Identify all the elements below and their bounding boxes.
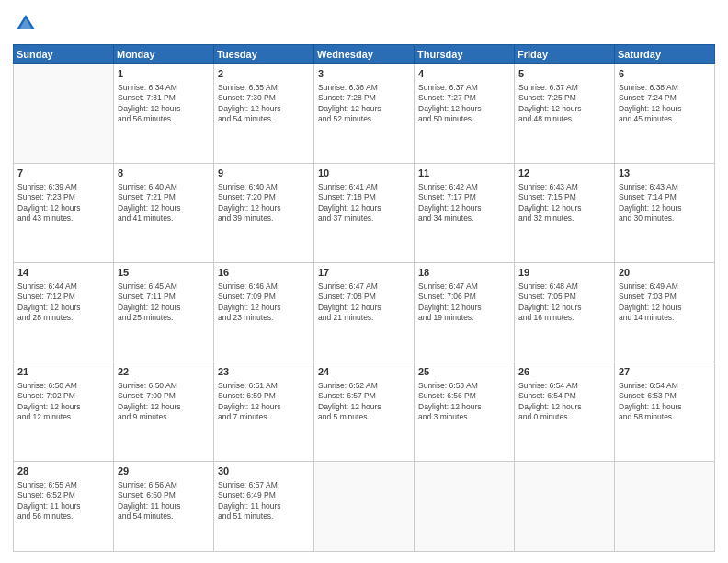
- day-info: Sunrise: 6:37 AM Sunset: 7:27 PM Dayligh…: [418, 83, 510, 125]
- day-cell: [615, 461, 715, 551]
- page: SundayMondayTuesdayWednesdayThursdayFrid…: [0, 0, 728, 563]
- logo-icon: [13, 11, 39, 37]
- day-number: 17: [318, 266, 410, 280]
- week-row-5: 28Sunrise: 6:55 AM Sunset: 6:52 PM Dayli…: [14, 461, 715, 551]
- day-number: 2: [218, 67, 310, 81]
- week-row-2: 7Sunrise: 6:39 AM Sunset: 7:23 PM Daylig…: [14, 163, 715, 262]
- day-number: 22: [118, 365, 210, 379]
- day-cell: 11Sunrise: 6:42 AM Sunset: 7:17 PM Dayli…: [415, 163, 515, 262]
- day-info: Sunrise: 6:42 AM Sunset: 7:17 PM Dayligh…: [418, 182, 510, 224]
- day-number: 5: [518, 67, 610, 81]
- day-number: 4: [418, 67, 510, 81]
- day-info: Sunrise: 6:49 AM Sunset: 7:03 PM Dayligh…: [619, 282, 711, 324]
- day-cell: 2Sunrise: 6:35 AM Sunset: 7:30 PM Daylig…: [214, 64, 314, 164]
- day-cell: [314, 461, 415, 551]
- col-header-wednesday: Wednesday: [314, 45, 415, 64]
- day-number: 12: [518, 167, 610, 180]
- logo: [13, 11, 42, 37]
- day-info: Sunrise: 6:57 AM Sunset: 6:49 PM Dayligh…: [218, 480, 310, 523]
- day-number: 7: [17, 167, 109, 180]
- day-cell: 26Sunrise: 6:54 AM Sunset: 6:54 PM Dayli…: [515, 362, 615, 461]
- day-number: 20: [619, 266, 711, 280]
- header: [13, 11, 715, 37]
- day-info: Sunrise: 6:41 AM Sunset: 7:18 PM Dayligh…: [318, 182, 410, 224]
- day-info: Sunrise: 6:50 AM Sunset: 7:00 PM Dayligh…: [118, 381, 210, 423]
- day-number: 18: [418, 266, 510, 280]
- day-info: Sunrise: 6:37 AM Sunset: 7:25 PM Dayligh…: [518, 83, 610, 125]
- day-number: 29: [118, 465, 210, 478]
- day-number: 14: [17, 266, 109, 280]
- day-number: 21: [17, 365, 109, 379]
- week-row-4: 21Sunrise: 6:50 AM Sunset: 7:02 PM Dayli…: [14, 362, 715, 461]
- day-number: 11: [418, 167, 510, 180]
- day-info: Sunrise: 6:46 AM Sunset: 7:09 PM Dayligh…: [218, 282, 310, 324]
- day-info: Sunrise: 6:48 AM Sunset: 7:05 PM Dayligh…: [518, 282, 610, 324]
- day-cell: 4Sunrise: 6:37 AM Sunset: 7:27 PM Daylig…: [415, 64, 515, 164]
- day-cell: 12Sunrise: 6:43 AM Sunset: 7:15 PM Dayli…: [515, 163, 615, 262]
- day-info: Sunrise: 6:50 AM Sunset: 7:02 PM Dayligh…: [17, 381, 109, 423]
- day-cell: 22Sunrise: 6:50 AM Sunset: 7:00 PM Dayli…: [114, 362, 214, 461]
- week-row-3: 14Sunrise: 6:44 AM Sunset: 7:12 PM Dayli…: [14, 262, 715, 362]
- day-cell: 6Sunrise: 6:38 AM Sunset: 7:24 PM Daylig…: [615, 64, 715, 164]
- day-cell: 9Sunrise: 6:40 AM Sunset: 7:20 PM Daylig…: [214, 163, 314, 262]
- day-cell: 1Sunrise: 6:34 AM Sunset: 7:31 PM Daylig…: [114, 64, 214, 164]
- day-number: 19: [518, 266, 610, 280]
- day-info: Sunrise: 6:43 AM Sunset: 7:15 PM Dayligh…: [518, 182, 610, 224]
- day-info: Sunrise: 6:53 AM Sunset: 6:56 PM Dayligh…: [418, 381, 510, 423]
- day-info: Sunrise: 6:38 AM Sunset: 7:24 PM Dayligh…: [619, 83, 711, 125]
- day-number: 6: [619, 67, 711, 81]
- day-cell: 17Sunrise: 6:47 AM Sunset: 7:08 PM Dayli…: [314, 262, 415, 362]
- day-number: 9: [218, 167, 310, 180]
- day-cell: 29Sunrise: 6:56 AM Sunset: 6:50 PM Dayli…: [114, 461, 214, 551]
- day-number: 27: [619, 365, 711, 379]
- day-cell: 19Sunrise: 6:48 AM Sunset: 7:05 PM Dayli…: [515, 262, 615, 362]
- day-cell: 14Sunrise: 6:44 AM Sunset: 7:12 PM Dayli…: [14, 262, 114, 362]
- day-number: 23: [218, 365, 310, 379]
- day-number: 26: [518, 365, 610, 379]
- day-cell: 13Sunrise: 6:43 AM Sunset: 7:14 PM Dayli…: [615, 163, 715, 262]
- day-info: Sunrise: 6:39 AM Sunset: 7:23 PM Dayligh…: [17, 182, 109, 224]
- day-info: Sunrise: 6:47 AM Sunset: 7:08 PM Dayligh…: [318, 282, 410, 324]
- col-header-friday: Friday: [515, 45, 615, 64]
- day-cell: 28Sunrise: 6:55 AM Sunset: 6:52 PM Dayli…: [14, 461, 114, 551]
- day-cell: [415, 461, 515, 551]
- col-header-monday: Monday: [114, 45, 214, 64]
- day-info: Sunrise: 6:43 AM Sunset: 7:14 PM Dayligh…: [619, 182, 711, 224]
- day-number: 30: [218, 465, 310, 478]
- day-info: Sunrise: 6:51 AM Sunset: 6:59 PM Dayligh…: [218, 381, 310, 423]
- day-info: Sunrise: 6:56 AM Sunset: 6:50 PM Dayligh…: [118, 480, 210, 523]
- day-info: Sunrise: 6:44 AM Sunset: 7:12 PM Dayligh…: [17, 282, 109, 324]
- day-cell: 20Sunrise: 6:49 AM Sunset: 7:03 PM Dayli…: [615, 262, 715, 362]
- day-cell: 30Sunrise: 6:57 AM Sunset: 6:49 PM Dayli…: [214, 461, 314, 551]
- day-number: 10: [318, 167, 410, 180]
- day-info: Sunrise: 6:47 AM Sunset: 7:06 PM Dayligh…: [418, 282, 510, 324]
- day-info: Sunrise: 6:55 AM Sunset: 6:52 PM Dayligh…: [17, 480, 109, 523]
- day-cell: 27Sunrise: 6:54 AM Sunset: 6:53 PM Dayli…: [615, 362, 715, 461]
- day-info: Sunrise: 6:35 AM Sunset: 7:30 PM Dayligh…: [218, 83, 310, 125]
- day-number: 16: [218, 266, 310, 280]
- day-info: Sunrise: 6:40 AM Sunset: 7:20 PM Dayligh…: [218, 182, 310, 224]
- day-info: Sunrise: 6:40 AM Sunset: 7:21 PM Dayligh…: [118, 182, 210, 224]
- day-number: 3: [318, 67, 410, 81]
- day-cell: 21Sunrise: 6:50 AM Sunset: 7:02 PM Dayli…: [14, 362, 114, 461]
- day-info: Sunrise: 6:34 AM Sunset: 7:31 PM Dayligh…: [118, 83, 210, 125]
- day-number: 24: [318, 365, 410, 379]
- day-cell: 16Sunrise: 6:46 AM Sunset: 7:09 PM Dayli…: [214, 262, 314, 362]
- day-cell: [515, 461, 615, 551]
- week-row-1: 1Sunrise: 6:34 AM Sunset: 7:31 PM Daylig…: [14, 64, 715, 164]
- day-number: 15: [118, 266, 210, 280]
- day-cell: 15Sunrise: 6:45 AM Sunset: 7:11 PM Dayli…: [114, 262, 214, 362]
- header-row: SundayMondayTuesdayWednesdayThursdayFrid…: [14, 45, 715, 64]
- day-info: Sunrise: 6:45 AM Sunset: 7:11 PM Dayligh…: [118, 282, 210, 324]
- day-info: Sunrise: 6:54 AM Sunset: 6:54 PM Dayligh…: [518, 381, 610, 423]
- day-cell: 18Sunrise: 6:47 AM Sunset: 7:06 PM Dayli…: [415, 262, 515, 362]
- col-header-thursday: Thursday: [415, 45, 515, 64]
- col-header-sunday: Sunday: [14, 45, 114, 64]
- day-info: Sunrise: 6:54 AM Sunset: 6:53 PM Dayligh…: [619, 381, 711, 423]
- day-info: Sunrise: 6:36 AM Sunset: 7:28 PM Dayligh…: [318, 83, 410, 125]
- day-number: 28: [17, 465, 109, 478]
- day-info: Sunrise: 6:52 AM Sunset: 6:57 PM Dayligh…: [318, 381, 410, 423]
- day-number: 8: [118, 167, 210, 180]
- day-cell: 3Sunrise: 6:36 AM Sunset: 7:28 PM Daylig…: [314, 64, 415, 164]
- day-number: 25: [418, 365, 510, 379]
